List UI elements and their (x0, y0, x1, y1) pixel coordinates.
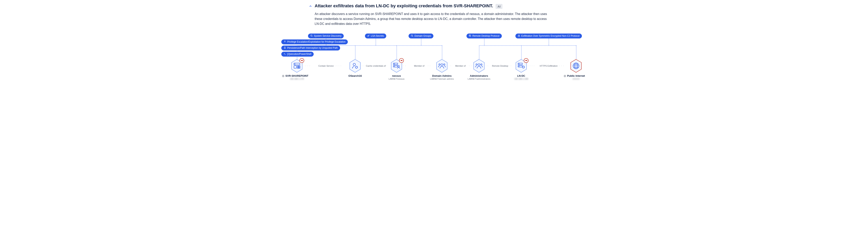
edge-label: Remote Desktop (492, 65, 508, 67)
svg-rect-4 (297, 67, 299, 68)
node-label: OSearch16 (348, 74, 362, 77)
technique-tag-pill[interactable]: [2]xecution/PowerShell (281, 52, 314, 57)
node-label: Administrators (470, 74, 488, 77)
terminal-icon (284, 53, 286, 56)
server-tiles-icon (293, 63, 300, 69)
technique-tag-pill[interactable]: Privilege Escalation/Exploitation for Pr… (281, 39, 348, 44)
svg-rect-50 (518, 35, 520, 36)
node-nessus[interactable]: nessusLABNET\nessus (385, 59, 408, 81)
node-label: LN-DC (517, 74, 525, 77)
svg-point-47 (368, 35, 369, 36)
group-icon (438, 63, 446, 69)
svg-point-36 (519, 64, 519, 64)
key-icon (367, 34, 370, 37)
edge-label: Member of (455, 65, 466, 67)
summary-description: An attacker discovers a service running … (315, 12, 551, 26)
svg-point-22 (441, 64, 443, 66)
server-gear-icon (518, 63, 525, 69)
svg-point-16 (394, 64, 395, 64)
svg-point-13 (355, 66, 358, 68)
svg-rect-3 (299, 66, 300, 67)
technique-tag[interactable]: Remote Desktop Protocol (467, 34, 502, 38)
svg-point-30 (481, 64, 482, 65)
edge-label: Contain Service (318, 65, 334, 67)
svg-rect-5 (299, 67, 300, 68)
side-technique-stack: Privilege Escalation/Exploitation for Pr… (281, 39, 348, 57)
edge-label: Cache credentials of (366, 65, 386, 67)
ai-badge: AI (496, 4, 502, 9)
attack-path-graph: SVR-SHAREPOINT192.168.1.170 OSearch16 ne… (280, 32, 588, 81)
server-user-icon (393, 63, 400, 69)
technique-tag[interactable]: System Service Discovery (308, 34, 344, 38)
edge-label: HTTPS Exfiltration (540, 65, 557, 67)
edge-label: Member of (414, 65, 425, 67)
svg-point-23 (439, 64, 440, 65)
page-title: Attacker exfiltrates data from LN-DC by … (315, 3, 493, 8)
svg-point-48 (411, 35, 412, 36)
lock-icon (518, 34, 520, 37)
node-public-internet[interactable]: Public Internet0.0.0.0 (564, 59, 588, 80)
svg-point-12 (353, 63, 355, 66)
node-administrators[interactable]: AdministratorsLABNET\administrators (467, 59, 491, 81)
node-label: nessus (392, 74, 401, 77)
svg-point-29 (476, 64, 477, 65)
svg-point-46 (311, 35, 312, 36)
node-label: SVR-SHAREPOINT (285, 74, 308, 77)
svg-point-51 (285, 47, 285, 47)
technique-tag-pill[interactable]: Persistence/Path Interception by Unquote… (281, 45, 340, 51)
node-label: Public Internet (567, 74, 585, 77)
panel-header[interactable]: Attacker exfiltrates data from LN-DC by … (309, 3, 559, 9)
node-sublabel: LABNET\administrators (468, 78, 490, 80)
technique-tag-pill[interactable]: Remote Desktop Protocol (467, 34, 502, 38)
node-svr-sharepoint[interactable]: SVR-SHAREPOINT192.168.1.170 (285, 59, 309, 81)
svg-rect-1 (294, 66, 297, 68)
technique-tag-pill[interactable]: Exfiltration Over Symmetric Encrypted No… (516, 34, 582, 38)
crown-icon (300, 58, 304, 63)
node-label: Domain Admins (432, 74, 452, 77)
node-sublabel: 192.168.1.170 (290, 78, 304, 80)
group-icon (475, 63, 483, 69)
svg-rect-2 (297, 66, 299, 67)
svg-point-24 (444, 64, 445, 65)
summary-panel: Attacker exfiltrates data from LN-DC by … (303, 0, 565, 30)
svg-point-28 (478, 64, 480, 66)
svg-point-18 (398, 65, 400, 67)
svg-point-45 (565, 76, 565, 76)
technique-tag[interactable]: LSA Secrets (365, 34, 386, 38)
node-sublabel: 192.168.1.199 (514, 78, 528, 80)
arrow-up-icon (284, 40, 286, 43)
node-ln-dc[interactable]: LN-DC192.168.1.199 (509, 59, 533, 81)
globe-icon (572, 62, 580, 69)
copy-icon (469, 34, 471, 37)
search-icon (411, 34, 413, 37)
crown-icon (524, 58, 528, 63)
search-icon (310, 34, 313, 37)
target-pin-icon (564, 75, 566, 77)
node-sublabel: LABNET\domain admins (430, 78, 454, 80)
node-sublabel: LABNET\nessus (389, 78, 405, 80)
svg-point-8 (283, 76, 283, 76)
node-domain-admins[interactable]: Domain AdminsLABNET\domain admins (430, 59, 454, 81)
svg-rect-49 (470, 35, 471, 36)
node-osearch16[interactable]: OSearch16 (343, 59, 367, 77)
svg-point-17 (394, 66, 395, 66)
crown-icon (399, 58, 404, 63)
node-sublabel: 0.0.0.0 (573, 78, 579, 80)
technique-tag[interactable]: Domain Groups (408, 34, 433, 38)
target-pin-icon (282, 75, 284, 77)
anchor-icon (284, 46, 286, 50)
collapse-chevron-icon[interactable] (309, 4, 312, 8)
technique-tag[interactable]: Exfiltration Over Symmetric Encrypted No… (516, 34, 582, 38)
technique-tag-pill[interactable]: LSA Secrets (365, 34, 386, 38)
technique-tag-pill[interactable]: Domain Groups (408, 34, 433, 38)
svg-point-38 (522, 66, 524, 68)
technique-tag-pill[interactable]: System Service Discovery (308, 34, 344, 38)
svg-point-37 (519, 66, 519, 66)
user-gear-icon (352, 63, 359, 69)
svg-point-6 (295, 64, 295, 64)
